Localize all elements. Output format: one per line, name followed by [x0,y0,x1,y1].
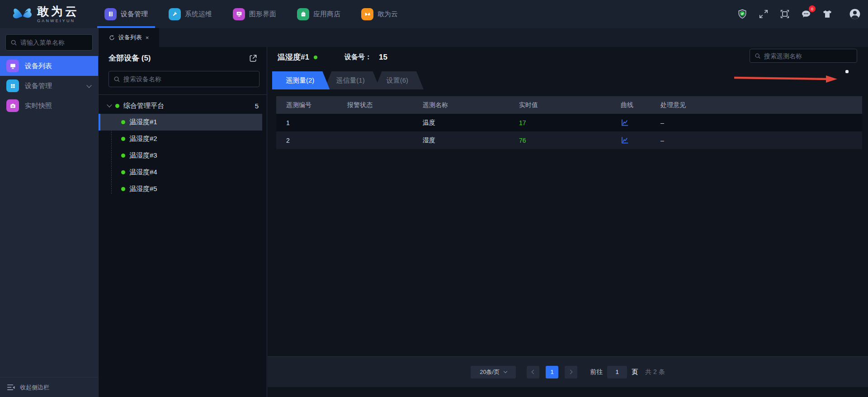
chevron-down-icon[interactable] [107,102,112,107]
sidebar-item-device-management[interactable]: 设备管理 [0,76,98,96]
line-chart-icon[interactable] [621,118,651,127]
online-status-dot [121,154,125,158]
telemetry-search-box [750,49,857,63]
online-status-dot [314,56,317,59]
butterfly-logo-icon [11,4,33,24]
tree-root-count: 5 [255,102,259,110]
nav-item-label: 应用商店 [313,10,340,19]
monitor-icon [6,60,19,72]
tab-settings[interactable]: 设置(6) [375,71,424,89]
curve-cell [611,136,651,145]
page-tab-device-list[interactable]: 设备列表 × [99,28,159,47]
chevron-down-icon [86,83,91,88]
tree-item-device-1[interactable]: 温湿度#1 [99,114,262,131]
realtime-value: 17 [509,119,611,126]
online-status-dot [121,120,125,124]
tree-item-label: 温湿度#3 [129,151,157,160]
table-row[interactable]: 2 湿度 76 – [276,131,862,149]
tab-telesignal[interactable]: 遥信量(1) [324,71,380,89]
tree-item-label: 温湿度#2 [129,135,157,143]
handling-opinion: – [651,119,862,126]
tree-item-label: 温湿度#1 [129,118,157,126]
nav-item-label: 图形界面 [249,10,276,19]
goto-page-input[interactable] [607,366,627,378]
user-avatar[interactable] [849,8,861,20]
telemetry-no: 2 [276,137,337,144]
column-header: 遥测编号 [276,101,337,109]
table-row[interactable]: 1 温度 17 – [276,114,862,131]
top-nav: 敢为云 GANWEIYUN 设备管理 系统运维 图形界面 [0,0,868,28]
menu-search-box [5,34,93,51]
tree-item-label: 温湿度#5 [129,185,157,193]
fullscreen-icon[interactable] [758,8,769,20]
shopping-bag-icon [297,8,309,20]
column-header: 处理意见 [651,101,862,109]
goto-label: 前往 [590,368,603,376]
menu-search-input[interactable] [20,39,88,46]
collapse-label: 收起侧边栏 [20,383,49,392]
tree-item-device-2[interactable]: 温湿度#2 [99,131,262,147]
nav-item-system-ops[interactable]: 系统运维 [169,0,212,28]
nav-item-device-management[interactable]: 设备管理 [104,0,148,28]
logo-subtitle: GANWEIYUN [37,19,79,23]
tab-telemetry[interactable]: 遥测量(2) [272,71,330,89]
telemetry-name: 温度 [413,119,509,127]
sidebar-item-device-list[interactable]: 设备列表 [0,56,98,76]
search-icon [10,39,17,46]
telemetry-name: 湿度 [413,136,509,145]
sidebar-item-label: 设备列表 [25,62,52,70]
messages-icon[interactable]: 0 [800,8,812,20]
tree-item-device-4[interactable]: 温湿度#4 [99,164,262,181]
monitor-chart-icon [233,8,245,20]
page-unit-label: 页 [632,368,638,376]
tree-root-platform[interactable]: 综合管理平台 5 [99,98,267,114]
pagination-bar: 20条/页 1 前往 页 共 2 条 [268,356,868,387]
tree-item-device-5[interactable]: 温湿度#5 [99,181,262,197]
screenshot-icon[interactable] [779,8,791,20]
nav-item-label: 系统运维 [185,10,212,19]
sidebar-menu: 设备列表 设备管理 实时快照 [0,56,98,116]
refresh-icon[interactable] [109,35,115,41]
page-tab-label: 设备列表 [118,33,142,42]
telemetry-table: 遥测编号 报警状态 遥测名称 实时值 曲线 处理意见 1 温度 17 – [276,96,862,149]
nav-item-graphic-ui[interactable]: 图形界面 [233,0,276,28]
prev-page-button[interactable] [527,366,539,378]
device-search-input[interactable] [123,75,255,83]
security-shield-icon[interactable] [736,8,748,20]
next-page-button[interactable] [565,366,577,378]
page-size-select[interactable]: 20条/页 [471,366,516,378]
nav-menu: 设备管理 系统运维 图形界面 应用商店 [104,0,398,28]
open-external-icon[interactable] [249,54,258,63]
butterfly-icon [361,8,373,20]
grid-dots-icon [6,79,19,92]
main-content: 温湿度#1 设备号： 15 遥测量(2) 遥信量(1) 设置(6) 遥 [268,47,868,397]
nav-item-app-store[interactable]: 应用商店 [297,0,340,28]
total-count-label: 共 2 条 [645,368,665,376]
close-tab-icon[interactable]: × [146,35,149,41]
camera-icon [6,99,19,112]
current-page-button[interactable]: 1 [546,366,558,378]
device-management-icon [104,8,117,20]
logo: 敢为云 GANWEIYUN [11,4,79,24]
telemetry-search-input[interactable] [764,52,852,60]
page-size-value: 20条/页 [480,368,500,376]
collapse-sidebar-button[interactable]: 收起侧边栏 [0,377,98,397]
theme-shirt-icon[interactable] [821,8,833,20]
column-header: 实时值 [509,101,611,109]
sidebar-item-realtime-snapshot[interactable]: 实时快照 [0,96,98,116]
line-chart-icon[interactable] [621,136,651,145]
collapse-icon [7,384,15,391]
column-header: 报警状态 [337,101,413,109]
tree-item-device-3[interactable]: 温湿度#3 [99,147,262,164]
search-icon [113,76,120,83]
realtime-value: 76 [509,137,611,144]
telemetry-no: 1 [276,119,337,126]
column-filter-icon[interactable] [845,71,858,83]
annotation-arrow [733,74,838,83]
online-status-dot [115,104,119,108]
sidebar-item-label: 实时快照 [25,102,52,110]
nav-item-ganweiyun[interactable]: 敢为云 [361,0,398,28]
detail-tabs: 遥测量(2) 遥信量(1) 设置(6) [272,71,424,89]
online-status-dot [121,187,125,191]
column-header: 遥测名称 [413,101,509,109]
